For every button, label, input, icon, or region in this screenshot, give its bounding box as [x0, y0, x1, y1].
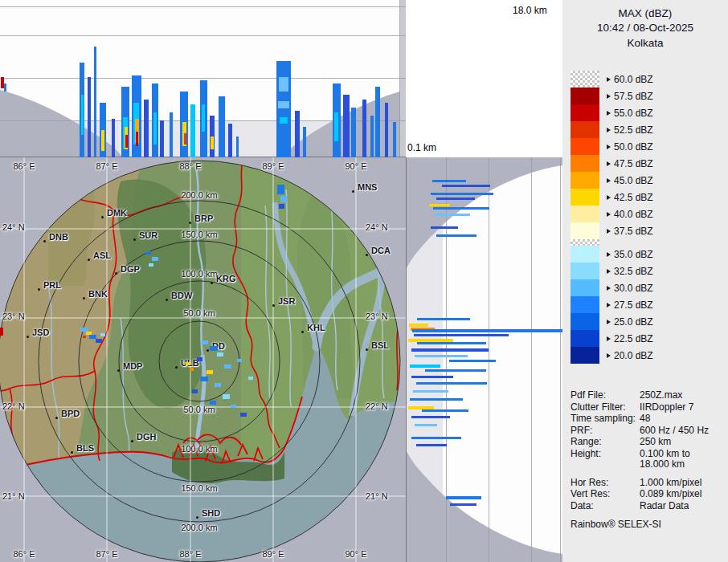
scale-tick-icon	[607, 94, 611, 99]
legend-scale-row: 40.0 dBZ	[571, 206, 653, 222]
xz-echo-bar	[385, 103, 388, 157]
xz-echo-bar	[170, 112, 173, 157]
legend-scale-row: 57.5 dBZ	[571, 88, 653, 104]
legend-scale-label: 30.0 dBZ	[607, 283, 653, 294]
map-panel	[0, 157, 406, 562]
xz-echo-bar	[343, 95, 350, 157]
legend-panel: MAX (dBZ) 10:42 / 08-Oct-2025 Kolkata 60…	[562, 0, 728, 562]
terrain-map-graphic	[0, 157, 406, 562]
xz-echo-bar	[101, 130, 104, 151]
legend-scale-label: 45.0 dBZ	[607, 175, 653, 186]
info-value: 48	[640, 413, 709, 425]
legend-color-swatch	[571, 189, 599, 206]
legend-scale-label: 57.5 dBZ	[607, 91, 653, 102]
legend-scale-row: 30.0 dBZ	[571, 279, 653, 296]
legend-color-swatch	[571, 263, 599, 279]
scale-tick-icon	[607, 77, 611, 82]
yz-echo-streak	[436, 234, 476, 237]
scale-tick-icon	[607, 229, 611, 234]
legend-scale-label: 55.0 dBZ	[607, 108, 653, 119]
xz-echo-bar	[112, 119, 115, 157]
legend-scale-row: 42.5 dBZ	[571, 189, 653, 206]
legend-scale-row: 47.5 dBZ	[571, 155, 653, 172]
legend-scale-value: 35.0 dBZ	[614, 249, 653, 260]
xz-echo-bar	[219, 96, 225, 157]
xz-echo-bar	[236, 136, 239, 157]
yz-echo-streak	[429, 204, 450, 206]
legend-scale-label: 60.0 dBZ	[607, 74, 653, 85]
legend-scale-value: 22.5 dBZ	[614, 333, 653, 344]
legend-scale-value: 27.5 dBZ	[614, 299, 653, 311]
yz-echo-streak	[432, 180, 466, 182]
yz-echo-streak	[436, 198, 475, 200]
yz-echo-streak	[412, 329, 562, 332]
xz-echo-bar	[94, 47, 96, 157]
yz-echo-streak	[431, 226, 458, 229]
xz-echo-bar	[88, 77, 91, 157]
xz-echo-bar	[370, 116, 374, 157]
scale-tick-icon	[607, 320, 611, 324]
legend-scale-value: 47.5 dBZ	[614, 158, 653, 169]
legend-scale-label: 22.5 dBZ	[607, 333, 653, 344]
info-value: 600 Hz / 450 Hz	[640, 426, 709, 437]
xz-echo-bar	[279, 77, 288, 92]
yz-cross-section-panel	[406, 157, 562, 562]
xz-echo-bar	[334, 112, 338, 141]
info-value: 0.100 km to 18.000 km	[640, 449, 709, 470]
yz-echo-streak	[446, 496, 481, 499]
scale-tick-icon	[607, 353, 611, 358]
legend-scale-row: 25.0 dBZ	[571, 313, 653, 330]
legend-color-swatch	[571, 121, 599, 138]
info-key: Time sampling:	[571, 413, 640, 425]
height-max-label: 18.0 km	[513, 5, 547, 16]
height-min-label: 0.1 km	[407, 142, 436, 153]
scale-tick-icon	[607, 303, 611, 307]
legend-color-swatch	[571, 155, 599, 172]
yz-echo-streak	[410, 398, 463, 401]
legend-color-swatch	[571, 172, 599, 189]
yz-echo-streak	[416, 444, 447, 446]
legend-scale-value: 52.5 dBZ	[614, 124, 653, 136]
yz-echo-streak	[435, 214, 470, 216]
legend-color-swatch	[571, 88, 599, 104]
legend-color-swatch	[571, 206, 599, 222]
legend-scale-label: 52.5 dBZ	[607, 124, 653, 136]
yz-echo-streak	[449, 360, 496, 362]
radar-site-name: Kolkata	[562, 37, 728, 49]
yz-echo-streak	[410, 364, 440, 368]
legend-color-swatch	[571, 313, 599, 330]
legend-scale-value: 50.0 dBZ	[614, 141, 653, 153]
scale-tick-icon	[607, 111, 611, 116]
legend-scale-row: 22.5 dBZ	[571, 330, 653, 347]
xz-echo-bar	[4, 83, 6, 92]
legend-scale-label: 20.0 dBZ	[607, 350, 653, 361]
product-title: MAX (dBZ)	[562, 7, 728, 19]
legend-scale-row: 32.5 dBZ	[571, 263, 653, 279]
xz-cross-section-panel	[0, 0, 406, 157]
info-value: 250Z.max	[640, 390, 709, 401]
legend-color-swatch	[571, 246, 599, 263]
xz-echo-bar	[375, 87, 380, 157]
xz-echo-bar	[393, 122, 396, 157]
legend-color-swatch	[571, 279, 599, 296]
legend-scale-value: 20.0 dBZ	[614, 350, 653, 361]
yz-echo-streak	[442, 185, 490, 187]
yz-echo-streak	[416, 382, 487, 385]
xz-echo-bar	[202, 104, 205, 132]
scale-tick-icon	[607, 178, 611, 183]
info-key: Vert Res:	[571, 489, 640, 500]
info-key: PRF:	[571, 426, 640, 437]
legend-scale-row: 27.5 dBZ	[571, 296, 653, 313]
yz-echo-streak	[415, 355, 468, 357]
yz-echo-streak	[417, 318, 470, 320]
legend-color-swatch	[571, 296, 599, 313]
legend-scale-label: 35.0 dBZ	[607, 249, 653, 260]
legend-scale-row: 60.0 dBZ	[571, 71, 653, 88]
legend-scale-label: 42.5 dBZ	[607, 192, 653, 203]
legend-scale-value: 42.5 dBZ	[614, 192, 653, 203]
yz-echo-streak	[431, 193, 493, 195]
info-key: Data:	[571, 501, 640, 512]
legend-scale-value: 25.0 dBZ	[614, 316, 653, 328]
xz-echo-bar	[280, 117, 288, 124]
info-value: Radar Data	[640, 501, 709, 512]
